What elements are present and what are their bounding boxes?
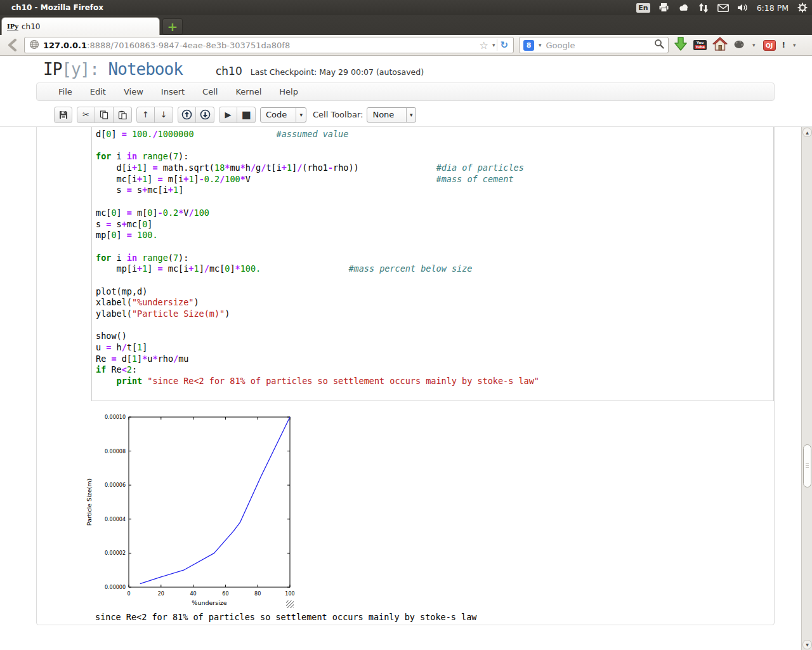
search-bar[interactable]: 8 ▾ Google (519, 37, 669, 53)
menu-help[interactable]: Help (270, 87, 307, 96)
addon-icon[interactable] (733, 39, 745, 51)
page-scrollbar[interactable]: ▲ ▼ (801, 127, 812, 650)
browser-nav-bar: 127.0.0.1 :8888/70160863-9847-4eae-8e3b-… (0, 35, 812, 56)
cell-type-select[interactable]: Code ▾ (260, 107, 306, 123)
svg-text:80: 80 (254, 591, 261, 597)
menu-view[interactable]: View (115, 87, 152, 96)
svg-text:0.00008: 0.00008 (105, 449, 126, 454)
reload-icon[interactable]: ↻ (497, 39, 511, 51)
menu-edit[interactable]: Edit (81, 87, 115, 96)
svg-text:0.00006: 0.00006 (105, 482, 126, 488)
url-bar[interactable]: 127.0.0.1 :8888/70160863-9847-4eae-8e3b-… (24, 37, 514, 53)
svg-text:20: 20 (158, 591, 164, 597)
notebook-area: d[0] = 100./1000000 #assumed value for i… (0, 127, 801, 650)
select-caret-icon: ▾ (296, 108, 306, 122)
save-button[interactable] (54, 107, 72, 123)
cell-toolbar-select[interactable]: None ▾ (367, 107, 416, 123)
back-button[interactable] (4, 37, 20, 53)
svg-text:0.00010: 0.00010 (105, 415, 126, 420)
browser-tab-bar: IPy ch10 + (0, 15, 812, 35)
keyboard-layout-indicator[interactable]: En (636, 3, 650, 13)
bookmark-star-icon[interactable]: ☆ (478, 39, 490, 51)
home-icon[interactable] (712, 37, 728, 53)
move-cell-up-button[interactable]: ↑ (136, 107, 155, 123)
svg-text:0: 0 (127, 591, 130, 597)
menu-cell[interactable]: Cell (193, 87, 226, 96)
notebook-header: IP[y]: Notebook ch10 Last Checkpoint: Ma… (0, 56, 812, 83)
svg-text:100: 100 (285, 591, 294, 597)
system-clock[interactable]: 6:18 PM (757, 3, 789, 13)
quickjump-extension-icon[interactable]: QJ (763, 40, 776, 51)
cell-toolbar-label: Cell Toolbar: (313, 110, 363, 119)
printer-icon[interactable] (658, 2, 670, 13)
ipython-favicon: IPy (7, 23, 18, 30)
ipython-notebook-logo[interactable]: IP[y]: Notebook (43, 60, 183, 79)
youtube-icon[interactable]: You Tube (693, 40, 707, 50)
scrollbar-down-arrow[interactable]: ▼ (802, 640, 812, 649)
mail-icon[interactable] (717, 2, 729, 13)
output-plot: 0204060801000.000000.000020.000040.00006… (82, 411, 296, 609)
notebook-title[interactable]: ch10 (216, 65, 242, 77)
settings-gear-icon[interactable] (797, 2, 808, 13)
tab-title: ch10 (22, 22, 40, 31)
svg-text:0.00002: 0.00002 (105, 550, 126, 556)
checkpoint-status: Last Checkpoint: May 29 00:07 (autosaved… (251, 67, 424, 77)
copy-cell-button[interactable] (95, 107, 114, 123)
svg-text:0.00000: 0.00000 (105, 585, 126, 590)
svg-text:60: 60 (222, 591, 228, 597)
quickjump-badge: ! (782, 41, 785, 50)
new-tab-button[interactable]: + (162, 18, 183, 35)
system-tray: En 6:18 PM (636, 0, 808, 15)
svg-text:0.00004: 0.00004 (105, 517, 126, 522)
menu-insert[interactable]: Insert (152, 87, 193, 96)
search-magnifier-icon[interactable] (654, 39, 664, 51)
insert-cell-below-button[interactable] (196, 107, 214, 123)
code-input-area[interactable]: d[0] = 100./1000000 #assumed value for i… (91, 127, 774, 401)
nav-toolbar-icons: You Tube ▾ QJ ! ▾ (674, 36, 798, 54)
site-identity-globe-icon[interactable] (29, 39, 39, 51)
cloud-sync-icon[interactable] (678, 2, 690, 13)
bookmark-dropdown-caret-icon[interactable]: ▾ (490, 42, 497, 48)
url-host: 127.0.0.1 (43, 41, 87, 50)
window-title: ch10 - Mozilla Firefox (11, 3, 103, 12)
url-path: :8888/70160863-9847-4eae-8e3b-303751da80… (87, 41, 477, 50)
scrollbar-up-arrow[interactable]: ▲ (802, 128, 812, 137)
move-cell-down-button[interactable]: ↓ (155, 107, 173, 123)
search-engine-dropdown-caret-icon[interactable]: ▾ (537, 42, 544, 48)
output-resize-handle[interactable] (286, 600, 294, 608)
menu-file[interactable]: File (49, 87, 81, 96)
volume-icon[interactable] (737, 2, 749, 13)
svg-text:Particle Size(m): Particle Size(m) (86, 479, 93, 526)
run-cell-button[interactable]: ▶ (219, 107, 237, 123)
code-editor[interactable]: d[0] = 100./1000000 #assumed value for i… (96, 129, 773, 387)
svg-text:%undersize: %undersize (192, 599, 226, 606)
search-placeholder: Google (546, 41, 652, 50)
select-caret-icon: ▾ (406, 108, 416, 122)
browser-tab[interactable]: IPy ch10 (1, 17, 160, 35)
svg-text:40: 40 (190, 591, 197, 597)
toolbar-overflow-caret-icon[interactable]: ▾ (791, 42, 798, 48)
menu-kernel[interactable]: Kernel (226, 87, 270, 96)
downloads-icon[interactable] (674, 36, 688, 54)
system-top-bar: ch10 - Mozilla Firefox En 6:18 PM (0, 0, 812, 15)
cut-cell-button[interactable]: ✂ (77, 107, 95, 123)
paste-cell-button[interactable] (114, 107, 132, 123)
insert-cell-above-button[interactable] (178, 107, 196, 123)
notebook-menubar: FileEditViewInsertCellKernelHelp (36, 83, 775, 101)
interrupt-kernel-button[interactable]: ■ (237, 107, 256, 123)
network-transfer-icon[interactable] (698, 2, 709, 13)
notebook-toolbar: ✂ ↑ ↓ ▶ ■ Code ▾ Cell Toolbar: None ▾ (0, 103, 812, 127)
addon-dropdown-caret-icon[interactable]: ▾ (750, 42, 757, 48)
scrollbar-thumb[interactable] (803, 444, 811, 488)
google-search-engine-icon[interactable]: 8 (523, 40, 534, 51)
cell-output-text: since Re<2 for 81% of particles so settl… (95, 612, 476, 622)
